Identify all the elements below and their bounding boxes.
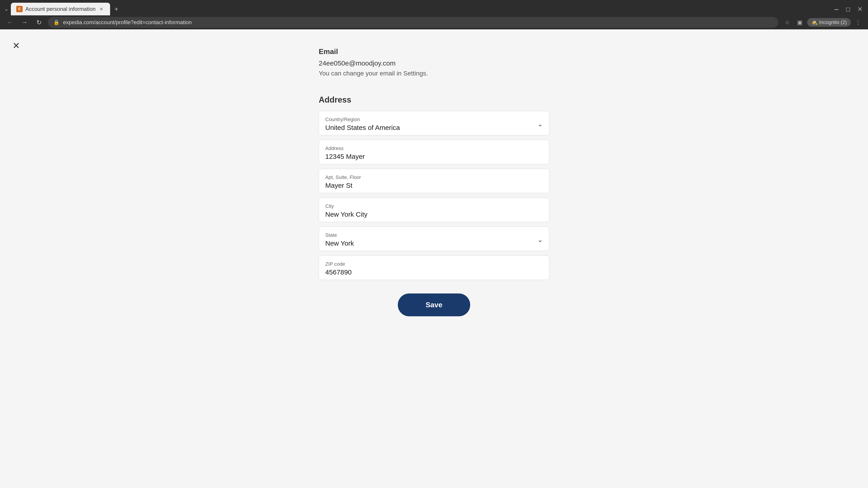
incognito-icon: 🕵 (811, 20, 817, 25)
nav-bar: ← → ↻ 🔒 expedia.com/account/profile?edit… (0, 15, 868, 29)
tab-favicon: E (16, 6, 23, 12)
state-field-content: State New York (325, 232, 354, 247)
city-field-label: City (325, 203, 543, 209)
tab-title: Account personal information (25, 6, 96, 12)
tab-expand-btn[interactable]: ⌄ (3, 5, 10, 13)
state-select[interactable]: State New York ⌄ (319, 227, 549, 251)
active-tab[interactable]: E Account personal information ✕ (11, 3, 110, 15)
nav-actions: ☆ ▣ 🕵 Incognito (2) ⋮ (782, 17, 864, 28)
main-container: Email 24ee050e@moodjoy.com You can chang… (310, 29, 558, 344)
zip-input[interactable]: ZIP code 4567890 (319, 256, 549, 280)
address-section-label: Address (319, 95, 549, 105)
country-field-value: United States of America (325, 124, 400, 131)
address-input[interactable]: Address 12345 Mayer (319, 140, 549, 164)
state-field-label: State (325, 232, 354, 238)
chevron-down-icon: ⌄ (537, 236, 543, 243)
email-section: Email 24ee050e@moodjoy.com You can chang… (319, 47, 549, 77)
country-field-label: Country/Region (325, 117, 400, 123)
browser-chrome: ⌄ E Account personal information ✕ + ‒ ◻… (0, 0, 868, 29)
address-field-label: Address (325, 145, 543, 151)
chevron-down-icon: ⌄ (537, 121, 543, 128)
zip-field-label: ZIP code (325, 261, 543, 267)
email-value: 24ee050e@moodjoy.com (319, 59, 549, 67)
forward-button[interactable]: → (19, 17, 30, 28)
city-field-group: City New York City (319, 198, 549, 222)
apt-field-value: Mayer St (325, 182, 352, 189)
zip-field-group: ZIP code 4567890 (319, 256, 549, 280)
state-field-group: State New York ⌄ (319, 227, 549, 251)
back-button[interactable]: ← (4, 17, 16, 28)
menu-button[interactable]: ⋮ (852, 17, 864, 28)
country-field-group: Country/Region United States of America … (319, 111, 549, 135)
restore-button[interactable]: ◻ (843, 4, 854, 14)
close-icon: ✕ (12, 40, 20, 51)
save-button[interactable]: Save (398, 293, 470, 316)
city-field-value: New York City (325, 210, 368, 218)
apt-field-group: Apt, Suite, Floor Mayer St (319, 169, 549, 193)
lock-icon: 🔒 (53, 20, 59, 25)
url-text: expedia.com/account/profile?edit=contact… (63, 19, 773, 26)
address-field-group: Address 12345 Mayer (319, 140, 549, 164)
zip-field-value: 4567890 (325, 268, 352, 276)
incognito-label: Incognito (2) (819, 20, 847, 25)
page-content: ✕ Email 24ee050e@moodjoy.com You can cha… (0, 29, 868, 488)
close-window-button[interactable]: ✕ (855, 4, 865, 14)
minimize-button[interactable]: ‒ (831, 4, 842, 14)
tab-close-button[interactable]: ✕ (98, 6, 105, 12)
close-page-button[interactable]: ✕ (9, 38, 24, 53)
bookmark-button[interactable]: ☆ (782, 17, 793, 28)
apt-field-label: Apt, Suite, Floor (325, 174, 543, 180)
email-note: You can change your email in Settings. (319, 70, 549, 77)
email-section-label: Email (319, 47, 549, 56)
address-section: Address Country/Region United States of … (319, 95, 549, 280)
country-select[interactable]: Country/Region United States of America … (319, 111, 549, 135)
apt-input[interactable]: Apt, Suite, Floor Mayer St (319, 169, 549, 193)
state-field-value: New York (325, 239, 354, 247)
address-field-value: 12345 Mayer (325, 153, 365, 160)
new-tab-button[interactable]: + (111, 4, 122, 14)
city-input[interactable]: City New York City (319, 198, 549, 222)
split-view-button[interactable]: ▣ (795, 17, 805, 28)
reload-button[interactable]: ↻ (33, 17, 44, 28)
country-field-content: Country/Region United States of America (325, 117, 400, 131)
address-bar[interactable]: 🔒 expedia.com/account/profile?edit=conta… (48, 17, 778, 28)
tab-bar: ⌄ E Account personal information ✕ + ‒ ◻… (0, 0, 868, 15)
incognito-badge[interactable]: 🕵 Incognito (2) (807, 18, 851, 27)
